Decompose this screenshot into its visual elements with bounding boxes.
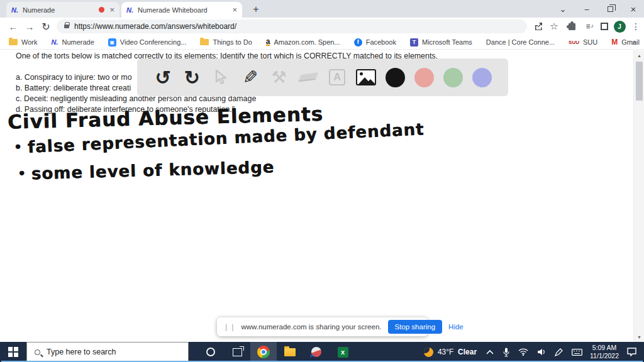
moon-weather-icon: [424, 348, 433, 357]
taskbar-search[interactable]: Type here to search: [26, 342, 189, 362]
reload-button[interactable]: ↻: [39, 19, 53, 33]
scrollbar-thumb[interactable]: [636, 62, 643, 101]
wifi-icon[interactable]: [518, 348, 528, 356]
folder-icon: [9, 39, 18, 45]
tab-title: Numerade Whiteboard: [138, 6, 232, 14]
bookmark-facebook[interactable]: fFacebook: [354, 38, 396, 47]
profile-avatar[interactable]: J: [613, 20, 626, 33]
action-center-button[interactable]: [619, 342, 644, 362]
side-panel-icon[interactable]: [597, 20, 611, 33]
url-text[interactable]: https://www.numerade.com/answers/whitebo…: [74, 22, 236, 31]
bookmarks-bar: Work N.Numerade ▣Video Conferencing... T…: [0, 35, 644, 50]
restore-button[interactable]: [599, 0, 621, 18]
task-view-button[interactable]: [224, 342, 250, 362]
cortana-icon: [206, 348, 215, 356]
tab-numerade[interactable]: N. Numerade ×: [6, 2, 119, 18]
minimize-button[interactable]: –: [576, 0, 597, 18]
bookmark-work[interactable]: Work: [9, 38, 37, 46]
start-button[interactable]: [0, 342, 26, 362]
playlist-extension-icon[interactable]: ≡♪: [581, 20, 595, 33]
taskbar-chrome-button[interactable]: [250, 342, 277, 362]
color-green-button[interactable]: [441, 63, 466, 91]
tab-search-chevron-icon[interactable]: ⌄: [552, 0, 574, 18]
hide-link[interactable]: Hide: [448, 323, 464, 331]
microphone-icon[interactable]: [503, 348, 509, 357]
action-center-icon: [627, 348, 636, 356]
redo-button[interactable]: ↻: [179, 63, 204, 91]
page-scrollbar[interactable]: ▲ ▼: [633, 50, 644, 342]
chrome-icon: [257, 346, 270, 358]
tray-expand-chevron-icon[interactable]: [486, 349, 494, 355]
color-purple-button[interactable]: [470, 63, 495, 91]
scroll-down-arrow[interactable]: ▼: [634, 332, 644, 342]
pen-tool-button[interactable]: ✎: [238, 63, 263, 91]
close-window-button[interactable]: ×: [623, 0, 644, 18]
clock-date: 11/1/2022: [590, 352, 619, 360]
bookmark-star-icon[interactable]: ☆: [547, 20, 561, 33]
screen-share-banner: ❘❘ www.numerade.com is sharing your scre…: [217, 317, 428, 336]
search-placeholder: Type here to search: [47, 348, 116, 356]
taskbar-explorer-button[interactable]: [277, 342, 303, 362]
weather-condition: Clear: [458, 348, 477, 356]
forward-button[interactable]: →: [23, 19, 36, 33]
taskbar-excel-button[interactable]: x: [330, 342, 356, 362]
handwriting-bullet-2: •some level of knowledge: [18, 158, 275, 184]
facebook-icon: f: [354, 38, 362, 47]
color-black-button[interactable]: [382, 63, 408, 91]
image-tool-button[interactable]: [353, 63, 379, 91]
windows-logo-icon: [8, 347, 18, 357]
extensions-puzzle-icon[interactable]: [565, 20, 579, 33]
question-option-a: a. Conspiracy to injure: two or mo: [16, 73, 132, 82]
system-tray: [486, 348, 582, 357]
clock-time: 5:09 AM: [590, 344, 619, 352]
taskbar-clock[interactable]: 5:09 AM 11/1/2022: [590, 344, 619, 360]
weather-widget[interactable]: 43°F Clear: [424, 342, 477, 362]
bullet-dot: •: [13, 139, 23, 155]
bookmark-suu[interactable]: SUUSUU: [569, 38, 597, 46]
share-button[interactable]: [531, 20, 545, 33]
bookmark-numerade[interactable]: N.Numerade: [51, 38, 94, 46]
cortana-button[interactable]: [197, 342, 224, 362]
bookmark-amazon[interactable]: aAmazon.com. Spen...: [266, 38, 340, 47]
address-bar[interactable]: https://www.numerade.com/answers/whitebo…: [57, 19, 527, 33]
select-cursor-button[interactable]: [208, 63, 233, 91]
speaker-icon[interactable]: [537, 348, 546, 356]
eraser-button[interactable]: [296, 63, 321, 91]
touch-keyboard-icon[interactable]: [572, 349, 582, 356]
folder-icon: [200, 39, 209, 45]
windows-ink-pen-icon[interactable]: [555, 348, 563, 356]
undo-button[interactable]: ↺: [150, 63, 175, 91]
browser-frame: N. Numerade × N. Numerade Whiteboard × +…: [0, 0, 644, 18]
taskbar-snipping-button[interactable]: ✂: [303, 342, 330, 362]
bookmarks-overflow-chevron[interactable]: »: [632, 38, 636, 47]
zoom-icon: ▣: [108, 38, 116, 47]
back-button[interactable]: ←: [6, 19, 20, 33]
eraser-icon: [298, 72, 318, 82]
browser-toolbar: ← → ↻ https://www.numerade.com/answers/w…: [0, 18, 644, 35]
share-icon: [534, 22, 543, 31]
text-tool-button[interactable]: A: [325, 63, 350, 91]
browser-menu-icon[interactable]: ⋮: [629, 20, 643, 33]
new-tab-button[interactable]: +: [250, 4, 262, 15]
tab-numerade-whiteboard[interactable]: N. Numerade Whiteboard ×: [121, 2, 242, 18]
bookmark-things-to-do[interactable]: Things to Do: [200, 38, 252, 46]
image-icon: [356, 69, 376, 85]
bookmark-teams[interactable]: TMicrosoft Teams: [410, 38, 472, 47]
windows-taskbar: Type here to search ✂ x 43°F Clear 5:09 …: [0, 342, 644, 362]
bookmark-video-conferencing[interactable]: ▣Video Conferencing...: [108, 38, 187, 47]
bullet-dot: •: [18, 166, 26, 181]
share-message: www.numerade.com is sharing your screen.: [241, 323, 381, 331]
excel-icon: x: [338, 347, 348, 358]
scroll-up-arrow[interactable]: ▲: [634, 50, 644, 60]
shapes-tools-button[interactable]: ⚒: [267, 63, 292, 91]
tab-close-icon[interactable]: ×: [232, 6, 237, 14]
drawing-toolbar: ↺ ↻ ✎ ⚒ A: [137, 58, 508, 96]
stop-sharing-button[interactable]: Stop sharing: [388, 320, 443, 334]
tab-close-icon[interactable]: ×: [109, 6, 114, 14]
drag-grip-icon[interactable]: ❘❘: [223, 323, 236, 331]
bookmark-dance-core[interactable]: Dance | Core Conne...: [486, 38, 555, 46]
text-tool-icon: A: [329, 69, 345, 85]
color-red-button[interactable]: [411, 63, 436, 91]
numerade-favicon: N.: [126, 6, 133, 14]
lock-icon: [64, 25, 69, 28]
